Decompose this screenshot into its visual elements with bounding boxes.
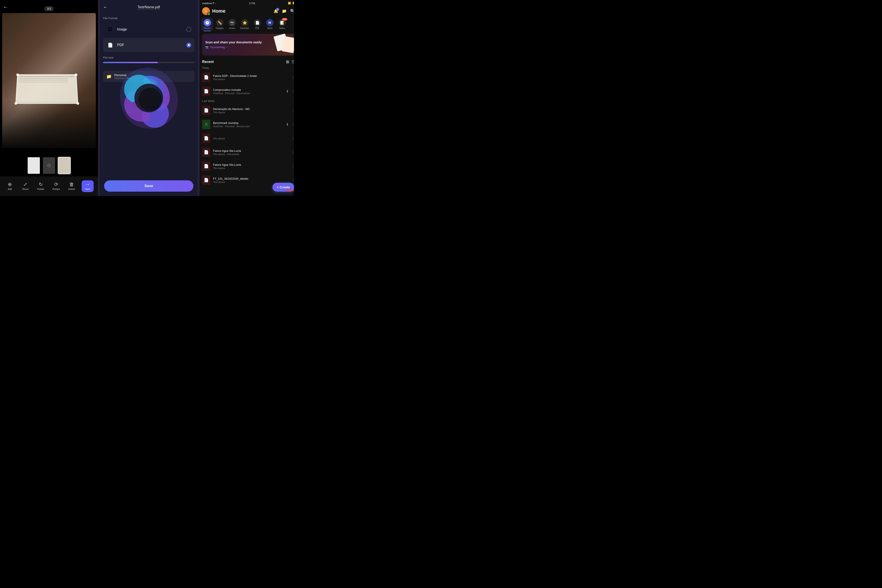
file-item-comp[interactable]: 📄 Comprovativo morada OneDrive · Persona…	[200, 84, 294, 98]
image-format-option[interactable]: 🖼 Image	[103, 22, 195, 36]
floor-shadow	[2, 101, 96, 148]
file-name-agua2: Fatura Agua Sta Luzia	[213, 163, 291, 166]
reset-button[interactable]: ⤢ Reset	[20, 182, 31, 190]
avatar[interactable]: U	[202, 7, 210, 15]
file-name-comp: Comprovativo morada	[213, 88, 286, 92]
file-header: ← Test/Name.pdf	[100, 0, 198, 13]
folder-button[interactable]: 📁	[282, 9, 286, 14]
file-info-edp: Fatura EDP - Electricidade 2 Andar This …	[213, 74, 291, 81]
scans-tab-label: Scans	[229, 27, 235, 29]
file-item-decl[interactable]: 📄 Declaração de Abertura - WC This devic…	[200, 104, 294, 117]
more-options-icon-ft[interactable]: ⋮	[291, 178, 294, 182]
upload-icon-bench[interactable]: ⬆	[286, 122, 289, 126]
more-options-icon-decl[interactable]: ⋮	[291, 108, 294, 112]
file-item-bench[interactable]: X Benchmark roundup OneDrive · Personal …	[200, 117, 294, 131]
reset-label: Reset	[22, 188, 28, 190]
file-name-ft: FT_101_061922035_details	[213, 177, 291, 180]
file-meta-unnamed: This device	[213, 137, 291, 140]
file-info-agua2: Fatura Agua Sta Luzia This device	[213, 163, 291, 170]
pdf-tab-icon: 📄	[254, 19, 261, 26]
word-tab-label: Word	[267, 27, 273, 29]
image-radio[interactable]	[186, 27, 191, 32]
more-options-icon-bench[interactable]: ⋮	[291, 122, 294, 126]
camera-icon: 📷	[206, 46, 208, 49]
more-options-icon-comp[interactable]: ⋮	[291, 89, 294, 93]
file-item-agua2[interactable]: 📄 Fatura Agua Sta Luzia This device ⋮	[200, 159, 294, 173]
banner-docs	[275, 34, 294, 56]
file-meta-decl: This device	[213, 111, 291, 114]
tab-notes[interactable]: New 📝 Notes	[276, 18, 288, 31]
scan-banner[interactable]: Scan and share your documents easily 📷 T…	[202, 34, 294, 56]
file-item-edp[interactable]: 📄 Fatura EDP - Electricidade 2 Andar Thi…	[200, 70, 294, 84]
search-button[interactable]: 🔍	[290, 9, 294, 14]
retake-button[interactable]: ⟳ Retake	[51, 182, 62, 190]
file-item-agua1[interactable]: 📄 Fatura Agua Sta Luzia This device · Do…	[200, 145, 294, 159]
scan-panel: ← 3/3 ⊙ ⊕ Add	[0, 0, 98, 196]
pdf-format-option[interactable]: 📄 PDF	[103, 38, 195, 52]
file-meta-bench: OneDrive · Personal · Benchy bois	[213, 125, 286, 128]
more-options-icon-agua2[interactable]: ⋮	[291, 164, 294, 168]
tab-scans[interactable]: 📷 Scans	[226, 18, 238, 31]
scan-image-area	[2, 13, 96, 148]
save-button[interactable]: Save	[104, 180, 194, 192]
delete-button[interactable]: 🗑 Delete	[66, 182, 77, 190]
add-icon: ⊕	[8, 182, 12, 187]
tab-favorites[interactable]: ⭐ Favorites	[238, 18, 251, 31]
file-list: Today 📄 Fatura EDP - Electricidade 2 And…	[200, 65, 294, 196]
file-info-comp: Comprovativo morada OneDrive · Personal …	[213, 88, 286, 94]
grid-view-button[interactable]: ⊞	[286, 60, 289, 64]
file-name-agua1: Fatura Agua Sta Luzia	[213, 149, 291, 153]
file-name-bench: Benchmark roundup	[213, 121, 286, 124]
thumbnail-2[interactable]: ⊙	[42, 157, 56, 174]
pdf-radio[interactable]	[186, 43, 191, 48]
file-actions-agua1: ⋮	[291, 150, 294, 154]
tab-pdf[interactable]: 📄 PDF	[251, 18, 263, 31]
notification-button[interactable]: 🔔 1	[273, 9, 278, 14]
pdf-thumb-agua2: 📄	[202, 161, 210, 171]
file-meta-edp: This device	[213, 78, 291, 81]
next-button[interactable]: → Next	[82, 180, 94, 192]
document-overlay	[15, 74, 78, 104]
corner-tl	[16, 74, 19, 76]
more-options-icon[interactable]: ⋮	[291, 75, 294, 80]
scan-back-button[interactable]: ←	[3, 4, 8, 10]
pdf-tab-label: PDF	[255, 27, 260, 29]
upload-icon-comp[interactable]: ⬆	[286, 89, 289, 93]
pdf-thumb-edp: 📄	[202, 72, 210, 82]
file-back-button[interactable]: ←	[103, 4, 108, 10]
thumbnail-3[interactable]	[58, 157, 71, 174]
scans-tab-icon: 📷	[228, 19, 236, 26]
list-view-button[interactable]: ☰	[291, 60, 294, 64]
add-button[interactable]: ⊕ Add	[4, 182, 15, 190]
divider-1	[98, 0, 100, 196]
file-item-unnamed[interactable]: 📄 This device ⋮	[200, 131, 294, 145]
svg-point-1	[138, 88, 162, 111]
file-actions-decl: ⋮	[291, 108, 294, 112]
rotate-button[interactable]: ↻ Rotate	[35, 182, 46, 190]
more-options-icon-agua1[interactable]: ⋮	[291, 150, 294, 154]
wifi-icon: 📶	[288, 2, 291, 4]
pdf-thumb-decl: 📄	[202, 106, 210, 115]
nav-tabs: 🕐 Recent ✏️ Designs 📷 Scans ⭐ Favorites …	[200, 17, 294, 32]
corner-tr	[75, 74, 77, 76]
file-panel: ← Test/Name.pdf File Format 🖼 Image 📄 PD…	[100, 0, 198, 196]
scan-counter: 3/3	[44, 6, 54, 11]
carrier-text: vodafone P –	[202, 2, 216, 4]
file-actions-bench: ⬆ ⋮	[286, 122, 294, 126]
header-icons: 🔔 1 📁 🔍	[273, 9, 294, 14]
file-meta-comp: OneDrive · Personal · Documentos	[213, 92, 286, 94]
home-header: U Home 🔔 1 📁 🔍	[200, 6, 294, 17]
tab-designs[interactable]: ✏️ Designs	[214, 18, 226, 31]
rotate-icon: ↻	[39, 182, 43, 187]
tab-word[interactable]: W Word	[264, 18, 276, 31]
file-info-agua1: Fatura Agua Sta Luzia This device · Docu…	[213, 149, 291, 156]
tab-recent[interactable]: 🕐 Recent	[201, 18, 213, 31]
pdf-thumb-ft: 📄	[202, 175, 210, 185]
file-format-section: File Format 🖼 Image 📄 PDF	[100, 13, 198, 56]
file-actions-agua2: ⋮	[291, 164, 294, 168]
pdf-thumb-comp: 📄	[202, 87, 210, 96]
file-actions-ft: ⋮	[291, 178, 294, 182]
more-options-icon-unnamed[interactable]: ⋮	[291, 136, 294, 141]
thumbnail-1[interactable]	[27, 157, 40, 174]
file-meta-agua2: This device	[213, 167, 291, 170]
